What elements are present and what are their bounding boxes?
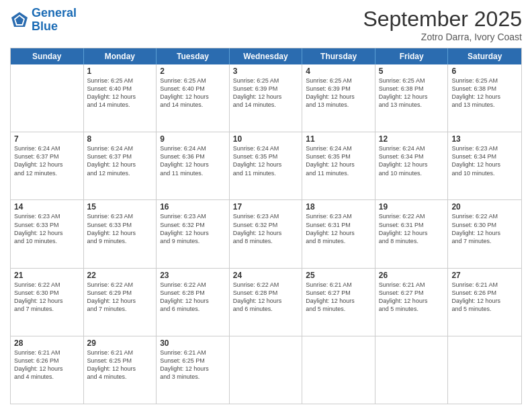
calendar-cell: 16Sunrise: 6:23 AM Sunset: 6:32 PM Dayli… (157, 200, 230, 267)
calendar-cell: 22Sunrise: 6:22 AM Sunset: 6:29 PM Dayli… (84, 269, 157, 336)
logo: General Blue (10, 7, 77, 34)
day-info: Sunrise: 6:22 AM Sunset: 6:28 PM Dayligh… (233, 281, 299, 314)
calendar-cell: 26Sunrise: 6:21 AM Sunset: 6:27 PM Dayli… (375, 269, 449, 336)
calendar-row-3: 21Sunrise: 6:22 AM Sunset: 6:30 PM Dayli… (11, 268, 521, 336)
day-number: 20 (451, 202, 518, 212)
location-subtitle: Zotro Darra, Ivory Coast (363, 32, 522, 42)
month-title: September 2025 (363, 7, 522, 32)
day-info: Sunrise: 6:25 AM Sunset: 6:39 PM Dayligh… (233, 77, 299, 109)
day-number: 25 (306, 271, 371, 280)
day-number: 11 (306, 134, 371, 144)
day-number: 3 (233, 66, 299, 76)
header-day-wednesday: Wednesday (230, 48, 303, 64)
calendar-cell: 15Sunrise: 6:23 AM Sunset: 6:33 PM Dayli… (84, 200, 157, 267)
calendar-cell: 6Sunrise: 6:25 AM Sunset: 6:38 PM Daylig… (448, 64, 521, 132)
day-number: 13 (451, 134, 518, 144)
day-info: Sunrise: 6:24 AM Sunset: 6:37 PM Dayligh… (14, 144, 80, 177)
calendar-cell: 19Sunrise: 6:22 AM Sunset: 6:31 PM Dayli… (375, 200, 449, 267)
day-info: Sunrise: 6:21 AM Sunset: 6:26 PM Dayligh… (14, 349, 80, 381)
calendar-cell (230, 336, 303, 404)
day-info: Sunrise: 6:24 AM Sunset: 6:37 PM Dayligh… (87, 144, 153, 177)
day-number: 16 (160, 202, 226, 212)
day-number: 27 (451, 271, 518, 280)
day-info: Sunrise: 6:24 AM Sunset: 6:36 PM Dayligh… (160, 144, 226, 177)
calendar-cell: 24Sunrise: 6:22 AM Sunset: 6:28 PM Dayli… (230, 269, 303, 336)
calendar-cell: 20Sunrise: 6:22 AM Sunset: 6:30 PM Dayli… (448, 200, 521, 267)
day-info: Sunrise: 6:22 AM Sunset: 6:30 PM Dayligh… (451, 212, 518, 245)
header-day-thursday: Thursday (302, 48, 375, 64)
day-number: 14 (14, 202, 80, 212)
calendar-cell: 14Sunrise: 6:23 AM Sunset: 6:33 PM Dayli… (11, 200, 84, 267)
day-number: 30 (160, 338, 226, 348)
calendar-cell: 12Sunrise: 6:24 AM Sunset: 6:34 PM Dayli… (375, 132, 449, 199)
calendar-cell: 5Sunrise: 6:25 AM Sunset: 6:38 PM Daylig… (375, 64, 449, 132)
calendar-row-2: 14Sunrise: 6:23 AM Sunset: 6:33 PM Dayli… (11, 199, 521, 267)
calendar: SundayMondayTuesdayWednesdayThursdayFrid… (10, 48, 522, 404)
day-info: Sunrise: 6:22 AM Sunset: 6:29 PM Dayligh… (87, 281, 153, 314)
day-number: 26 (379, 271, 445, 280)
day-number: 7 (14, 134, 80, 144)
calendar-cell: 3Sunrise: 6:25 AM Sunset: 6:39 PM Daylig… (230, 64, 303, 132)
calendar-cell: 21Sunrise: 6:22 AM Sunset: 6:30 PM Dayli… (11, 269, 84, 336)
calendar-cell (375, 336, 449, 404)
logo-text: General Blue (32, 7, 77, 34)
day-number: 28 (14, 338, 80, 348)
day-info: Sunrise: 6:23 AM Sunset: 6:31 PM Dayligh… (306, 212, 371, 245)
calendar-cell: 10Sunrise: 6:24 AM Sunset: 6:35 PM Dayli… (230, 132, 303, 199)
day-number: 9 (160, 134, 226, 144)
day-info: Sunrise: 6:24 AM Sunset: 6:35 PM Dayligh… (233, 144, 299, 177)
day-number: 17 (233, 202, 299, 212)
day-number: 4 (306, 66, 371, 76)
calendar-cell: 23Sunrise: 6:22 AM Sunset: 6:28 PM Dayli… (157, 269, 230, 336)
day-number: 23 (160, 271, 226, 280)
header-day-friday: Friday (375, 48, 449, 64)
calendar-cell: 4Sunrise: 6:25 AM Sunset: 6:39 PM Daylig… (302, 64, 375, 132)
day-number: 1 (87, 66, 153, 76)
day-number: 5 (379, 66, 445, 76)
day-info: Sunrise: 6:23 AM Sunset: 6:32 PM Dayligh… (233, 212, 299, 245)
day-info: Sunrise: 6:22 AM Sunset: 6:30 PM Dayligh… (14, 281, 80, 314)
day-info: Sunrise: 6:21 AM Sunset: 6:26 PM Dayligh… (451, 281, 518, 314)
day-info: Sunrise: 6:21 AM Sunset: 6:27 PM Dayligh… (306, 281, 371, 314)
calendar-row-0: 1Sunrise: 6:25 AM Sunset: 6:40 PM Daylig… (11, 64, 521, 132)
day-info: Sunrise: 6:23 AM Sunset: 6:33 PM Dayligh… (87, 212, 153, 245)
day-info: Sunrise: 6:23 AM Sunset: 6:32 PM Dayligh… (160, 212, 226, 245)
calendar-cell: 25Sunrise: 6:21 AM Sunset: 6:27 PM Dayli… (302, 269, 375, 336)
day-info: Sunrise: 6:25 AM Sunset: 6:40 PM Dayligh… (160, 77, 226, 109)
day-info: Sunrise: 6:25 AM Sunset: 6:38 PM Dayligh… (379, 77, 445, 109)
day-number: 15 (87, 202, 153, 212)
day-info: Sunrise: 6:21 AM Sunset: 6:25 PM Dayligh… (87, 349, 153, 381)
header-day-saturday: Saturday (448, 48, 521, 64)
day-number: 22 (87, 271, 153, 280)
day-info: Sunrise: 6:24 AM Sunset: 6:34 PM Dayligh… (379, 144, 445, 177)
day-number: 21 (14, 271, 80, 280)
calendar-row-1: 7Sunrise: 6:24 AM Sunset: 6:37 PM Daylig… (11, 132, 521, 199)
day-info: Sunrise: 6:22 AM Sunset: 6:31 PM Dayligh… (379, 212, 445, 245)
calendar-cell: 13Sunrise: 6:23 AM Sunset: 6:34 PM Dayli… (448, 132, 521, 199)
header-day-monday: Monday (84, 48, 157, 64)
title-block: September 2025 Zotro Darra, Ivory Coast (363, 7, 522, 42)
calendar-cell: 2Sunrise: 6:25 AM Sunset: 6:40 PM Daylig… (157, 64, 230, 132)
day-info: Sunrise: 6:24 AM Sunset: 6:35 PM Dayligh… (306, 144, 371, 177)
day-number: 8 (87, 134, 153, 144)
day-info: Sunrise: 6:22 AM Sunset: 6:28 PM Dayligh… (160, 281, 226, 314)
calendar-cell: 28Sunrise: 6:21 AM Sunset: 6:26 PM Dayli… (11, 336, 84, 404)
calendar-cell: 9Sunrise: 6:24 AM Sunset: 6:36 PM Daylig… (157, 132, 230, 199)
calendar-cell: 17Sunrise: 6:23 AM Sunset: 6:32 PM Dayli… (230, 200, 303, 267)
calendar-cell: 1Sunrise: 6:25 AM Sunset: 6:40 PM Daylig… (84, 64, 157, 132)
calendar-cell (302, 336, 375, 404)
page: General Blue September 2025 Zotro Darra,… (0, 0, 532, 411)
calendar-cell: 11Sunrise: 6:24 AM Sunset: 6:35 PM Dayli… (302, 132, 375, 199)
calendar-cell: 8Sunrise: 6:24 AM Sunset: 6:37 PM Daylig… (84, 132, 157, 199)
header-day-sunday: Sunday (11, 48, 84, 64)
day-number: 12 (379, 134, 445, 144)
calendar-cell: 30Sunrise: 6:21 AM Sunset: 6:25 PM Dayli… (157, 336, 230, 404)
logo-line2: Blue (32, 19, 58, 33)
day-number: 19 (379, 202, 445, 212)
day-info: Sunrise: 6:23 AM Sunset: 6:33 PM Dayligh… (14, 212, 80, 245)
day-info: Sunrise: 6:21 AM Sunset: 6:25 PM Dayligh… (160, 349, 226, 381)
calendar-cell: 27Sunrise: 6:21 AM Sunset: 6:26 PM Dayli… (448, 269, 521, 336)
header-day-tuesday: Tuesday (157, 48, 230, 64)
calendar-cell (448, 336, 521, 404)
header: General Blue September 2025 Zotro Darra,… (10, 7, 522, 42)
